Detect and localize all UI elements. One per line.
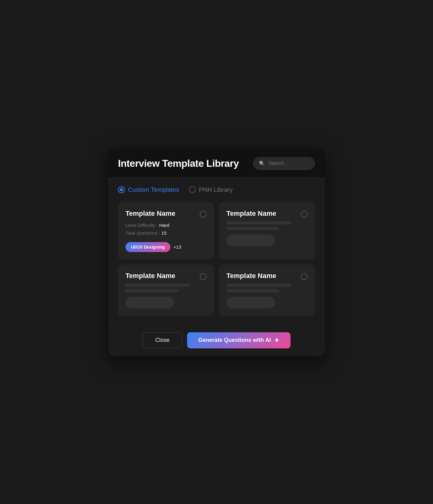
template-card-4-select[interactable] (301, 273, 308, 280)
template-card-3-skeleton (125, 284, 207, 292)
skeleton-pill-4 (226, 297, 275, 308)
template-card-1-header: Template Name (125, 210, 207, 218)
template-card-4-header: Template Name (226, 272, 308, 280)
template-card-1-name: Template Name (125, 210, 175, 218)
modal-body: Custom Templates PNH Library Template Na… (108, 178, 325, 325)
modal-footer: Close Generate Questions with AI ✦ (108, 325, 325, 356)
close-button[interactable]: Close (142, 332, 182, 348)
search-icon: 🔍 (259, 161, 265, 166)
templates-grid: Template Name Level Difficulty : Hard To… (118, 202, 315, 316)
template-card-3-select[interactable] (200, 273, 207, 280)
skeleton-pill-2 (226, 234, 275, 246)
template-card-3-name: Template Name (125, 272, 175, 280)
template-card-2-name: Template Name (226, 210, 276, 218)
template-tag-more: +13 (173, 244, 181, 250)
template-tag-badge: UI/UX Designing (125, 242, 170, 252)
template-card-2-header: Template Name (226, 210, 308, 218)
template-card-3[interactable]: Template Name (118, 264, 214, 316)
skeleton-line-5 (226, 284, 291, 287)
filter-pnh-library[interactable]: PNH Library (189, 186, 233, 193)
filter-group: Custom Templates PNH Library (118, 186, 315, 193)
template-card-2[interactable]: Template Name (219, 202, 315, 259)
skeleton-line-1 (226, 221, 291, 224)
template-card-4-name: Template Name (226, 272, 276, 280)
modal: Interview Template Library 🔍 Custom Temp… (108, 148, 325, 356)
template-card-1-meta: Level Difficulty : Hard Total Questions … (125, 221, 207, 237)
modal-header: Interview Template Library 🔍 (108, 148, 325, 178)
template-card-1-tags: UI/UX Designing +13 (125, 242, 207, 252)
template-card-1-select[interactable] (200, 211, 207, 218)
skeleton-line-6 (226, 289, 279, 292)
sparkle-icon: ✦ (274, 337, 279, 344)
template-card-2-skeleton (226, 221, 308, 230)
skeleton-line-2 (226, 227, 279, 230)
template-card-4-skeleton (226, 284, 308, 292)
skeleton-pill-3 (125, 297, 174, 308)
search-box: 🔍 (253, 157, 315, 170)
template-card-4[interactable]: Template Name (219, 264, 315, 316)
skeleton-line-4 (125, 289, 178, 292)
template-card-1-questions: Total Questions : 15 (125, 229, 207, 237)
modal-title: Interview Template Library (118, 158, 239, 169)
search-input[interactable] (268, 161, 309, 166)
template-card-1-difficulty: Level Difficulty : Hard (125, 221, 207, 229)
generate-button[interactable]: Generate Questions with AI ✦ (187, 332, 290, 348)
filter-custom-templates[interactable]: Custom Templates (118, 186, 179, 193)
filter-custom-label: Custom Templates (128, 186, 179, 193)
filter-pnh-label: PNH Library (199, 186, 233, 193)
radio-pnh-icon (189, 186, 196, 193)
template-card-1[interactable]: Template Name Level Difficulty : Hard To… (118, 202, 214, 259)
template-card-2-select[interactable] (301, 211, 308, 218)
radio-custom-icon (118, 186, 125, 193)
template-card-3-header: Template Name (125, 272, 207, 280)
skeleton-line-3 (125, 284, 190, 287)
generate-label: Generate Questions with AI (198, 337, 271, 343)
